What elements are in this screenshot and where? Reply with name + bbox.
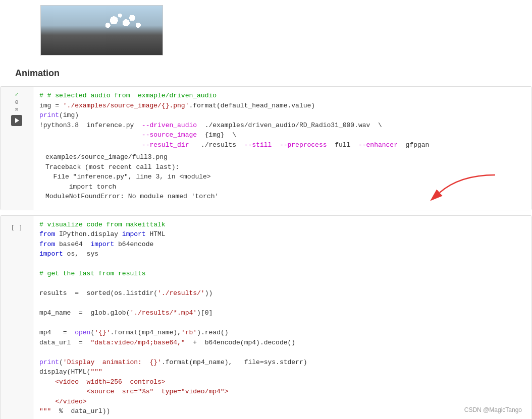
code-line-c2-17: <video width=256 controls> — [39, 377, 525, 387]
output-line-1: examples/source_image/full3.png — [45, 152, 519, 162]
run-indicator-1: ✓ 0 ⌘ — [15, 91, 18, 113]
cell-content-1: # Jupyter Notebook - SadTalker Demo# sel… — [33, 87, 531, 210]
checkmark-icon: ✓ — [15, 91, 18, 98]
code-line-c2-13: data_url = "data:video/mp4;base64," + b6… — [39, 338, 525, 348]
code-line-c2-20: """ % data_url)) — [39, 406, 525, 416]
code-line-c2-7 — [39, 279, 525, 289]
run-count: 0 — [15, 99, 19, 105]
code-cell-1: ✓ 0 ⌘ # Jupyter Notebook - SadTalker Dem… — [0, 86, 532, 210]
code-line-c2-16: display(HTML(""" — [39, 367, 525, 377]
code-line-5: --source_image {img} \ — [39, 130, 525, 140]
red-arrow-annotation — [399, 170, 500, 200]
code-line-c2-5 — [39, 259, 525, 269]
animation-heading: Animation — [0, 61, 532, 84]
code-line-c2-12: mp4 = open('{}'.format(mp4_name),'rb').r… — [39, 328, 525, 338]
output-wrapper: examples/source_image/full3.png Tracebac… — [39, 150, 525, 206]
code-line-c2-8: results = sorted(os.listdir('./results/'… — [39, 288, 525, 298]
code-line-c2-15: print('Display animation: {}'.format(mp4… — [39, 357, 525, 368]
code-line-c2-2: from IPython.display import HTML — [39, 229, 525, 240]
code-line-c2-6: # get the last from results — [39, 269, 525, 279]
code-line-c2-9 — [39, 298, 525, 309]
code-line-3: print(img) — [39, 110, 525, 121]
code-cell-2: [ ] # visualize code from makeittalk fro… — [0, 215, 532, 420]
code-line-2: img = './examples/source_image/{}.png'.f… — [39, 101, 525, 111]
code-line-c2-3: from base64 import b64encode — [39, 240, 525, 250]
code-line-c2-10: mp4_name = glob.glob('./results/*.mp4')[… — [39, 308, 525, 318]
watermark: CSDN @MagicTango — [464, 406, 522, 413]
code-line-c2-4: import os, sys — [39, 249, 525, 259]
code-line-1: # Jupyter Notebook - SadTalker Demo# sel… — [39, 91, 525, 101]
code-line-6: --result_dir ./results --still --preproc… — [39, 140, 525, 150]
code-line-c2-19: </video> — [39, 397, 525, 407]
code-line-4: !python3.8 inference.py --driven_audio .… — [39, 121, 525, 131]
empty-bracket: [ ] — [8, 220, 25, 235]
run-button-1[interactable] — [11, 115, 22, 126]
source-image — [40, 5, 163, 55]
code-line-c2-18: <source src="%s" type="video/mp4"> — [39, 387, 525, 397]
scroll-icon: ⌘ — [15, 106, 19, 113]
image-section — [0, 0, 532, 61]
code-line-c2-14 — [39, 347, 525, 357]
cell-gutter-2: [ ] — [1, 216, 33, 420]
cell-gutter-1: ✓ 0 ⌘ — [1, 87, 33, 210]
code-line-c2-1: # visualize code from makeittalk — [39, 220, 525, 230]
code-line-c2-11 — [39, 318, 525, 328]
page-container: Animation ✓ 0 ⌘ # Jupyter Notebook - Sad… — [0, 0, 532, 419]
cell-content-2: # visualize code from makeittalk from IP… — [33, 216, 531, 420]
